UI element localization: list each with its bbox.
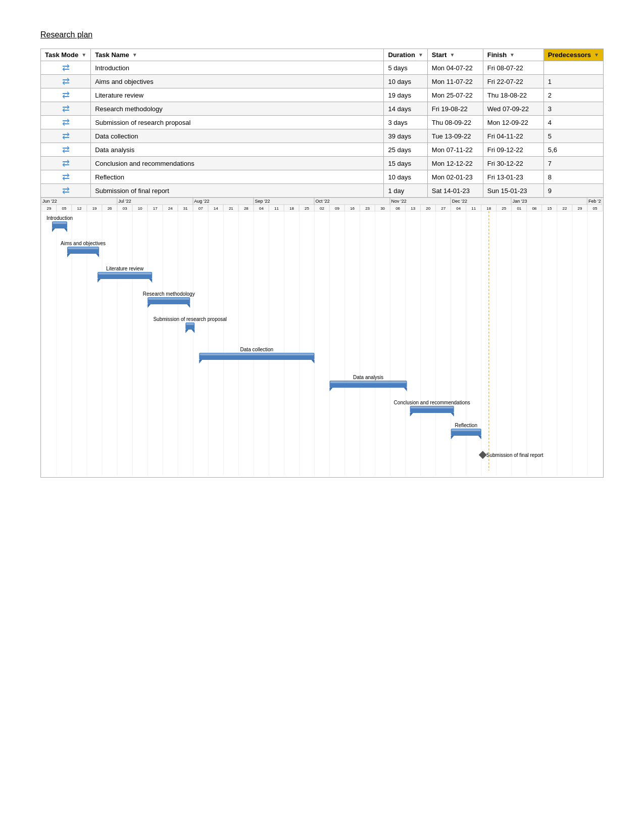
svg-text:18: 18 — [289, 206, 294, 211]
gantt-svg: Jun '22Jul '22Aug '22Sep '22Oct '22Nov '… — [41, 198, 603, 476]
gantt-chart-container: Jun '22Jul '22Aug '22Sep '22Oct '22Nov '… — [40, 198, 604, 478]
svg-text:06: 06 — [395, 206, 400, 211]
finish-cell: Fri 04-11-22 — [483, 129, 543, 143]
table-row: ⇄ Research methodology 14 days Fri 19-08… — [41, 102, 604, 116]
svg-marker-166 — [410, 413, 413, 416]
task-mode-icon: ⇄ — [62, 89, 70, 101]
table-row: ⇄ Reflection 10 days Mon 02-01-23 Fri 13… — [41, 170, 604, 184]
finish-cell: Fri 30-12-22 — [483, 157, 543, 170]
svg-rect-135 — [68, 247, 98, 249]
svg-text:Feb '2: Feb '2 — [588, 199, 601, 204]
svg-text:Submission of final report: Submission of final report — [486, 452, 543, 458]
svg-marker-131 — [52, 228, 55, 232]
duration-filter-icon[interactable]: ▼ — [418, 52, 423, 58]
svg-marker-172 — [478, 436, 481, 439]
task-mode-cell: ⇄ — [41, 61, 91, 75]
predecessors-cell: 2 — [543, 88, 603, 102]
start-cell: Sat 14-01-23 — [427, 184, 483, 198]
svg-text:22: 22 — [562, 206, 567, 211]
task-mode-cell: ⇄ — [41, 170, 91, 184]
svg-text:Aims and objectives: Aims and objectives — [61, 241, 106, 246]
svg-text:15: 15 — [547, 206, 552, 211]
task-name-cell: Data analysis — [91, 143, 384, 157]
svg-text:Introduction: Introduction — [46, 215, 73, 221]
svg-rect-130 — [53, 222, 67, 224]
svg-text:Jun '22: Jun '22 — [42, 199, 57, 204]
task-mode-filter-icon[interactable]: ▼ — [81, 52, 86, 58]
svg-text:05: 05 — [593, 206, 598, 211]
finish-cell: Wed 07-09-22 — [483, 102, 543, 116]
start-filter-icon[interactable]: ▼ — [450, 52, 455, 58]
table-row: ⇄ Data analysis 25 days Mon 07-11-22 Fri… — [41, 143, 604, 157]
task-name-cell: Literature review — [91, 88, 384, 102]
header-finish[interactable]: Finish ▼ — [483, 49, 543, 61]
task-name-filter-icon[interactable]: ▼ — [132, 52, 137, 58]
svg-text:21: 21 — [229, 206, 233, 211]
finish-filter-icon[interactable]: ▼ — [510, 52, 515, 58]
svg-text:Sep '22: Sep '22 — [255, 199, 270, 204]
svg-text:27: 27 — [441, 206, 445, 211]
task-name-cell: Submission of final report — [91, 184, 384, 198]
start-cell: Mon 07-11-22 — [427, 143, 483, 157]
task-name-cell: Reflection — [91, 170, 384, 184]
svg-text:14: 14 — [214, 206, 218, 211]
svg-marker-174 — [479, 451, 487, 459]
svg-text:12: 12 — [77, 206, 82, 211]
predecessors-cell — [543, 61, 603, 75]
header-start[interactable]: Start ▼ — [427, 49, 483, 61]
svg-text:23: 23 — [365, 206, 370, 211]
svg-text:18: 18 — [486, 206, 491, 211]
task-name-cell: Conclusion and recommendations — [91, 157, 384, 170]
task-mode-cell: ⇄ — [41, 116, 91, 129]
duration-cell: 3 days — [384, 116, 427, 129]
finish-cell: Fri 08-07-22 — [483, 61, 543, 75]
svg-text:25: 25 — [305, 206, 309, 211]
finish-cell: Thu 18-08-22 — [483, 88, 543, 102]
page-title: Research plan — [40, 30, 604, 39]
task-mode-icon: ⇄ — [62, 76, 70, 87]
task-name-cell: Data collection — [91, 129, 384, 143]
finish-cell: Fri 09-12-22 — [483, 143, 543, 157]
task-mode-icon: ⇄ — [62, 62, 70, 73]
svg-text:05: 05 — [62, 206, 67, 211]
start-cell: Mon 12-12-22 — [427, 157, 483, 170]
task-mode-icon: ⇄ — [62, 185, 70, 196]
svg-marker-171 — [451, 436, 454, 439]
finish-cell: Fri 22-07-22 — [483, 75, 543, 88]
svg-text:10: 10 — [138, 206, 142, 211]
svg-text:Oct '22: Oct '22 — [315, 199, 329, 204]
finish-cell: Sun 15-01-23 — [483, 184, 543, 198]
task-mode-cell: ⇄ — [41, 102, 91, 116]
svg-marker-141 — [97, 279, 101, 283]
svg-text:Submission of research proposa: Submission of research proposal — [153, 316, 227, 322]
table-row: ⇄ Data collection 39 days Tue 13-09-22 F… — [41, 129, 604, 143]
svg-text:20: 20 — [426, 206, 430, 211]
svg-text:29: 29 — [47, 206, 52, 211]
predecessors-filter-icon[interactable]: ▼ — [594, 52, 599, 58]
svg-rect-140 — [98, 272, 152, 274]
svg-text:Data collection: Data collection — [240, 347, 274, 352]
svg-rect-150 — [186, 323, 194, 325]
task-mode-cell: ⇄ — [41, 184, 91, 198]
header-task-name[interactable]: Task Name ▼ — [91, 49, 384, 61]
start-cell: Mon 04-07-22 — [427, 61, 483, 75]
start-cell: Mon 11-07-22 — [427, 75, 483, 88]
header-task-mode[interactable]: Task Mode ▼ — [41, 49, 91, 61]
svg-text:09: 09 — [335, 206, 339, 211]
header-predecessors[interactable]: Predecessors ▼ — [543, 49, 603, 61]
duration-cell: 25 days — [384, 143, 427, 157]
svg-marker-136 — [67, 254, 70, 257]
svg-text:Reflection: Reflection — [455, 423, 477, 428]
predecessors-cell: 8 — [543, 170, 603, 184]
task-mode-icon: ⇄ — [62, 171, 70, 182]
header-duration[interactable]: Duration ▼ — [384, 49, 427, 61]
start-cell: Mon 25-07-22 — [427, 88, 483, 102]
task-mode-cell: ⇄ — [41, 143, 91, 157]
task-mode-icon: ⇄ — [62, 130, 70, 142]
finish-cell: Mon 12-09-22 — [483, 116, 543, 129]
duration-cell: 39 days — [384, 129, 427, 143]
svg-marker-147 — [187, 304, 190, 308]
svg-text:02: 02 — [320, 206, 324, 211]
svg-text:03: 03 — [123, 206, 127, 211]
task-mode-icon: ⇄ — [62, 103, 70, 114]
